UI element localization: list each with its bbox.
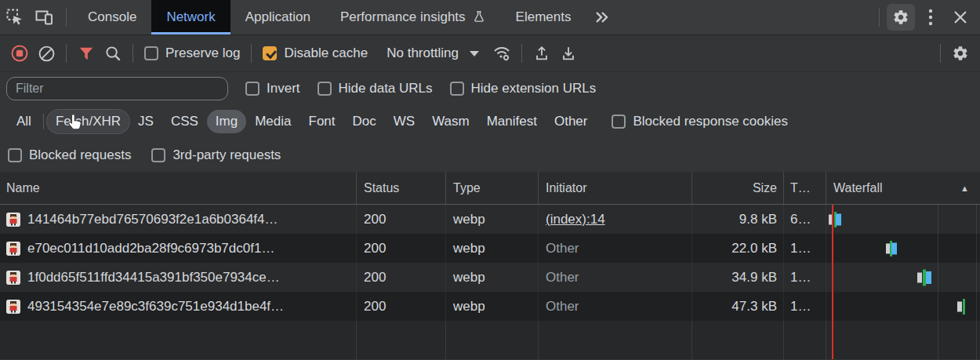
tab-performance-insights[interactable]: Performance insights: [325, 0, 501, 35]
waterfall-cell: [826, 234, 980, 263]
inspect-icon: [6, 9, 24, 26]
request-initiator: Other: [546, 299, 579, 315]
disable-cache-checkbox[interactable]: [263, 46, 277, 60]
request-status: 200: [364, 299, 386, 315]
request-type: webp: [453, 299, 485, 315]
flask-icon: [472, 9, 486, 25]
throttling-value: No throttling: [387, 45, 459, 61]
image-thumbnail: [6, 271, 20, 285]
request-time: 6…: [790, 212, 811, 227]
more-tabs-chevrons-icon: [593, 10, 611, 24]
divider: [43, 114, 44, 129]
blocked-requests-checkbox[interactable]: [8, 148, 22, 162]
more-tabs-button[interactable]: [586, 0, 619, 35]
record-network-log-button[interactable]: [6, 40, 33, 67]
clear-icon: [38, 45, 56, 63]
more-options-button[interactable]: [916, 0, 946, 35]
type-filter-font[interactable]: Font: [300, 110, 344, 133]
type-filter-css[interactable]: CSS: [162, 110, 207, 133]
clear-network-log-button[interactable]: [33, 40, 60, 67]
column-header-initiator[interactable]: Initiator: [539, 172, 692, 204]
filter-row: Invert Hide data URLs Hide extension URL…: [0, 72, 980, 104]
request-name: 1f0dd65f511ffd34415a391bf350e7934ce…: [27, 270, 280, 285]
waterfall-gridline: [938, 205, 938, 359]
blocked-response-cookies-label[interactable]: Blocked response cookies: [633, 114, 788, 129]
column-header-type[interactable]: Type: [446, 172, 539, 204]
waterfall-cell: [826, 205, 980, 234]
request-size: 47.3 kB: [731, 299, 777, 315]
type-filter-manifest[interactable]: Manifest: [478, 110, 546, 133]
request-status: 200: [364, 212, 386, 227]
preserve-log-label[interactable]: Preserve log: [165, 45, 240, 61]
hide-data-urls-label[interactable]: Hide data URLs: [339, 81, 433, 96]
network-conditions-icon: [492, 45, 512, 62]
request-initiator-link[interactable]: (index):14: [546, 212, 605, 227]
network-settings-button[interactable]: [947, 40, 974, 67]
column-header-size[interactable]: Size: [692, 172, 784, 204]
hide-extension-urls-checkbox[interactable]: [450, 82, 464, 96]
third-party-requests-label[interactable]: 3rd-party requests: [172, 147, 281, 163]
type-filter-fetch-xhr[interactable]: Fetch/XHR: [47, 110, 129, 133]
tab-network[interactable]: Network: [151, 0, 230, 35]
export-har-button[interactable]: [555, 40, 582, 67]
waterfall-cell: [826, 263, 980, 292]
sort-asc-icon: ▲: [960, 184, 969, 193]
column-header-waterfall[interactable]: Waterfall ▲: [826, 172, 980, 204]
request-size: 9.8 kB: [739, 212, 777, 227]
gear-icon: [892, 9, 909, 26]
blocked-requests-label[interactable]: Blocked requests: [29, 147, 131, 163]
type-filter-media[interactable]: Media: [246, 110, 299, 133]
filter-input[interactable]: [6, 77, 228, 100]
type-filter-doc[interactable]: Doc: [344, 110, 385, 133]
load-event-line: [832, 205, 833, 359]
type-filter-all[interactable]: All: [8, 110, 40, 133]
inspect-element-button[interactable]: [0, 0, 30, 35]
device-toolbar-icon: [35, 9, 54, 26]
type-filter-other[interactable]: Other: [546, 110, 597, 133]
request-time: 1…: [790, 241, 811, 256]
tab-elements[interactable]: Elements: [501, 0, 586, 35]
column-header-name[interactable]: Name: [0, 172, 357, 204]
resource-type-filter-row: All Fetch/XHR JS CSS Img Media Font Doc …: [0, 104, 980, 139]
close-icon: [953, 9, 968, 25]
search-button[interactable]: [100, 40, 126, 67]
request-name: e70ec011d10add2ba28f9c6973b7dc0f1…: [27, 241, 274, 256]
divider: [940, 44, 941, 63]
disable-cache-label[interactable]: Disable cache: [284, 45, 368, 61]
invert-label[interactable]: Invert: [267, 81, 300, 96]
blocked-response-cookies-checkbox[interactable]: [612, 115, 626, 129]
divider: [251, 44, 252, 63]
request-name: 493154354e7e89c3f639c751e934d1be4f…: [27, 299, 284, 315]
filter-toggle-button[interactable]: [73, 40, 100, 67]
type-filter-ws[interactable]: WS: [385, 110, 423, 133]
invert-checkbox[interactable]: [245, 82, 260, 96]
settings-button[interactable]: [886, 0, 916, 35]
column-header-status[interactable]: Status: [357, 172, 446, 204]
request-time: 1…: [790, 270, 811, 285]
gear-icon: [952, 45, 969, 62]
funnel-icon: [78, 45, 95, 62]
type-filter-wasm[interactable]: Wasm: [423, 110, 478, 133]
export-har-icon: [560, 45, 577, 62]
import-har-icon: [533, 45, 550, 62]
preserve-log-checkbox[interactable]: [144, 46, 158, 60]
throttling-select[interactable]: No throttling: [387, 45, 479, 61]
requests-table-header: Name Status Type Initiator Size T… Water…: [0, 172, 980, 205]
hide-data-urls-checkbox[interactable]: [318, 82, 332, 96]
tab-application[interactable]: Application: [230, 0, 325, 35]
request-size: 22.0 kB: [731, 241, 777, 256]
waterfall-cell: [826, 292, 980, 321]
column-header-time[interactable]: T…: [784, 172, 826, 204]
request-type: webp: [453, 270, 485, 285]
divider: [521, 44, 522, 63]
tab-console[interactable]: Console: [73, 0, 151, 35]
third-party-requests-checkbox[interactable]: [151, 148, 165, 162]
image-thumbnail: [6, 213, 20, 227]
close-devtools-button[interactable]: [946, 0, 975, 35]
type-filter-img[interactable]: Img: [207, 110, 246, 133]
network-conditions-button[interactable]: [488, 40, 515, 67]
hide-extension-urls-label[interactable]: Hide extension URLs: [471, 81, 597, 96]
import-har-button[interactable]: [528, 40, 555, 67]
device-toolbar-button[interactable]: [30, 0, 60, 35]
type-filter-js[interactable]: JS: [129, 110, 162, 133]
